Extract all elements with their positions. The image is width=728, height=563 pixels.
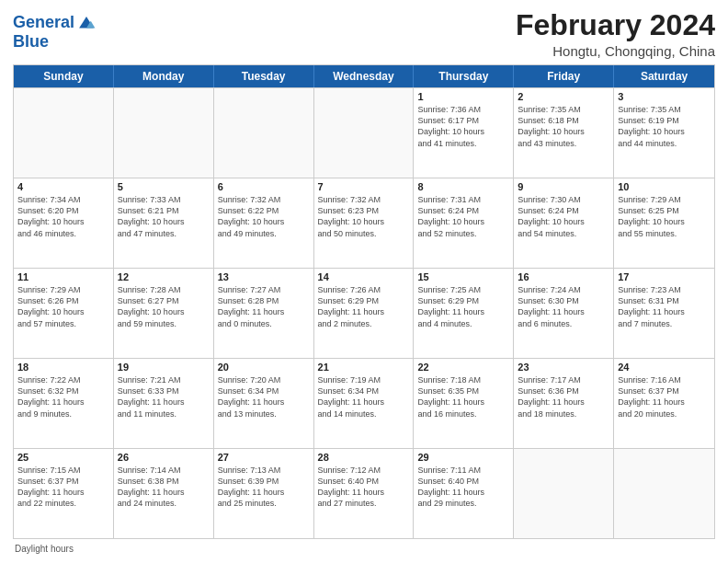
calendar-cell	[114, 88, 214, 178]
day-number: 23	[518, 362, 609, 373]
weekday-header-saturday: Saturday	[614, 65, 714, 87]
logo-icon	[76, 13, 97, 33]
week-row-3: 18Sunrise: 7:22 AM Sunset: 6:32 PM Dayli…	[14, 358, 714, 448]
day-info: Sunrise: 7:32 AM Sunset: 6:22 PM Dayligh…	[218, 194, 310, 239]
calendar-cell: 28Sunrise: 7:12 AM Sunset: 6:40 PM Dayli…	[314, 449, 415, 538]
calendar-cell: 29Sunrise: 7:11 AM Sunset: 6:40 PM Dayli…	[414, 449, 514, 538]
day-info: Sunrise: 7:27 AM Sunset: 6:28 PM Dayligh…	[218, 284, 310, 329]
calendar-cell: 3Sunrise: 7:35 AM Sunset: 6:19 PM Daylig…	[614, 88, 714, 178]
calendar-cell: 27Sunrise: 7:13 AM Sunset: 6:39 PM Dayli…	[214, 449, 314, 538]
calendar-cell: 17Sunrise: 7:23 AM Sunset: 6:31 PM Dayli…	[614, 269, 714, 358]
day-number: 7	[318, 181, 410, 192]
calendar-subtitle: Hongtu, Chongqing, China	[516, 43, 715, 59]
day-info: Sunrise: 7:28 AM Sunset: 6:27 PM Dayligh…	[118, 284, 210, 329]
calendar-cell: 9Sunrise: 7:30 AM Sunset: 6:24 PM Daylig…	[514, 178, 614, 268]
day-info: Sunrise: 7:35 AM Sunset: 6:19 PM Dayligh…	[618, 104, 711, 149]
calendar-cell: 5Sunrise: 7:33 AM Sunset: 6:21 PM Daylig…	[114, 178, 214, 268]
day-number: 6	[218, 181, 310, 192]
day-info: Sunrise: 7:32 AM Sunset: 6:23 PM Dayligh…	[318, 194, 410, 239]
day-number: 3	[618, 91, 711, 102]
calendar-cell: 24Sunrise: 7:16 AM Sunset: 6:37 PM Dayli…	[614, 359, 714, 448]
day-number: 27	[218, 452, 310, 463]
calendar-cell: 16Sunrise: 7:24 AM Sunset: 6:30 PM Dayli…	[514, 269, 614, 358]
calendar-cell	[314, 88, 415, 178]
day-info: Sunrise: 7:16 AM Sunset: 6:37 PM Dayligh…	[618, 374, 711, 419]
day-info: Sunrise: 7:29 AM Sunset: 6:25 PM Dayligh…	[618, 194, 711, 239]
day-info: Sunrise: 7:14 AM Sunset: 6:38 PM Dayligh…	[118, 465, 210, 510]
calendar-body: 1Sunrise: 7:36 AM Sunset: 6:17 PM Daylig…	[14, 87, 714, 538]
day-number: 21	[318, 362, 410, 373]
day-info: Sunrise: 7:36 AM Sunset: 6:17 PM Dayligh…	[417, 104, 509, 149]
weekday-header-wednesday: Wednesday	[314, 65, 415, 87]
calendar-cell: 4Sunrise: 7:34 AM Sunset: 6:20 PM Daylig…	[14, 178, 114, 268]
day-info: Sunrise: 7:13 AM Sunset: 6:39 PM Dayligh…	[218, 465, 310, 510]
weekday-header-thursday: Thursday	[414, 65, 514, 87]
weekday-header-sunday: Sunday	[14, 65, 114, 87]
weekday-header-monday: Monday	[114, 65, 214, 87]
calendar-cell: 11Sunrise: 7:29 AM Sunset: 6:26 PM Dayli…	[14, 269, 114, 358]
day-number: 11	[17, 271, 109, 282]
day-number: 5	[118, 181, 210, 192]
calendar: SundayMondayTuesdayWednesdayThursdayFrid…	[13, 64, 715, 539]
calendar-cell: 1Sunrise: 7:36 AM Sunset: 6:17 PM Daylig…	[414, 88, 514, 178]
week-row-2: 11Sunrise: 7:29 AM Sunset: 6:26 PM Dayli…	[14, 268, 714, 358]
day-number: 14	[318, 271, 410, 282]
logo-text2: Blue	[13, 33, 97, 52]
day-info: Sunrise: 7:17 AM Sunset: 6:36 PM Dayligh…	[518, 374, 609, 419]
day-number: 26	[118, 452, 210, 463]
day-number: 24	[618, 362, 711, 373]
day-number: 29	[417, 452, 509, 463]
week-row-0: 1Sunrise: 7:36 AM Sunset: 6:17 PM Daylig…	[14, 87, 714, 178]
day-info: Sunrise: 7:18 AM Sunset: 6:35 PM Dayligh…	[417, 374, 509, 419]
calendar-cell: 22Sunrise: 7:18 AM Sunset: 6:35 PM Dayli…	[414, 359, 514, 448]
logo: General Blue	[13, 13, 97, 52]
weekday-header-friday: Friday	[514, 65, 614, 87]
logo-text: General	[13, 14, 74, 32]
week-row-1: 4Sunrise: 7:34 AM Sunset: 6:20 PM Daylig…	[14, 178, 714, 268]
calendar-cell: 23Sunrise: 7:17 AM Sunset: 6:36 PM Dayli…	[514, 359, 614, 448]
day-number: 15	[417, 271, 509, 282]
calendar-cell: 20Sunrise: 7:20 AM Sunset: 6:34 PM Dayli…	[214, 359, 314, 448]
day-info: Sunrise: 7:25 AM Sunset: 6:29 PM Dayligh…	[417, 284, 509, 329]
calendar-cell	[214, 88, 314, 178]
day-number: 12	[118, 271, 210, 282]
day-number: 17	[618, 271, 711, 282]
calendar-cell: 7Sunrise: 7:32 AM Sunset: 6:23 PM Daylig…	[314, 178, 415, 268]
day-number: 22	[417, 362, 509, 373]
header: General Blue February 2024 Hongtu, Chong…	[13, 9, 715, 59]
day-info: Sunrise: 7:12 AM Sunset: 6:40 PM Dayligh…	[318, 465, 410, 510]
day-number: 4	[17, 181, 109, 192]
day-info: Sunrise: 7:34 AM Sunset: 6:20 PM Dayligh…	[17, 194, 109, 239]
day-number: 16	[518, 271, 609, 282]
calendar-cell: 12Sunrise: 7:28 AM Sunset: 6:27 PM Dayli…	[114, 269, 214, 358]
calendar-header: SundayMondayTuesdayWednesdayThursdayFrid…	[14, 65, 714, 87]
day-number: 25	[17, 452, 109, 463]
calendar-cell: 2Sunrise: 7:35 AM Sunset: 6:18 PM Daylig…	[514, 88, 614, 178]
day-info: Sunrise: 7:29 AM Sunset: 6:26 PM Dayligh…	[17, 284, 109, 329]
day-info: Sunrise: 7:24 AM Sunset: 6:30 PM Dayligh…	[518, 284, 609, 329]
day-info: Sunrise: 7:11 AM Sunset: 6:40 PM Dayligh…	[417, 465, 509, 510]
calendar-title: February 2024	[516, 9, 715, 41]
calendar-cell: 8Sunrise: 7:31 AM Sunset: 6:24 PM Daylig…	[414, 178, 514, 268]
calendar-cell: 6Sunrise: 7:32 AM Sunset: 6:22 PM Daylig…	[214, 178, 314, 268]
day-number: 20	[218, 362, 310, 373]
calendar-cell	[514, 449, 614, 538]
footer-label: Daylight hours	[15, 544, 74, 554]
footer: Daylight hours	[13, 544, 715, 554]
day-number: 13	[218, 271, 310, 282]
day-info: Sunrise: 7:21 AM Sunset: 6:33 PM Dayligh…	[118, 374, 210, 419]
day-info: Sunrise: 7:23 AM Sunset: 6:31 PM Dayligh…	[618, 284, 711, 329]
day-number: 2	[518, 91, 609, 102]
day-info: Sunrise: 7:33 AM Sunset: 6:21 PM Dayligh…	[118, 194, 210, 239]
calendar-cell: 25Sunrise: 7:15 AM Sunset: 6:37 PM Dayli…	[14, 449, 114, 538]
calendar-cell: 26Sunrise: 7:14 AM Sunset: 6:38 PM Dayli…	[114, 449, 214, 538]
calendar-cell	[614, 449, 714, 538]
day-info: Sunrise: 7:15 AM Sunset: 6:37 PM Dayligh…	[17, 465, 109, 510]
calendar-cell: 19Sunrise: 7:21 AM Sunset: 6:33 PM Dayli…	[114, 359, 214, 448]
day-number: 28	[318, 452, 410, 463]
day-number: 18	[17, 362, 109, 373]
calendar-cell	[14, 88, 114, 178]
calendar-cell: 21Sunrise: 7:19 AM Sunset: 6:34 PM Dayli…	[314, 359, 415, 448]
day-number: 10	[618, 181, 711, 192]
calendar-cell: 14Sunrise: 7:26 AM Sunset: 6:29 PM Dayli…	[314, 269, 415, 358]
